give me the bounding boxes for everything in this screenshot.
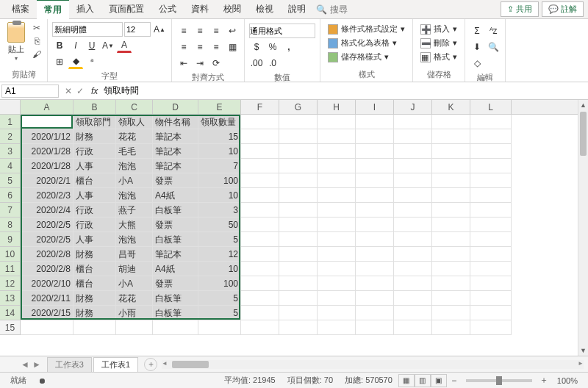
cell[interactable] <box>394 306 432 320</box>
cell[interactable] <box>356 262 394 276</box>
border-button[interactable]: ⊞ <box>52 54 67 69</box>
align-top-button[interactable]: ≡ <box>176 24 191 38</box>
cell[interactable]: 5 <box>198 232 241 247</box>
menu-tab-7[interactable]: 檢視 <box>248 0 281 18</box>
cell[interactable]: 人事 <box>74 188 116 203</box>
cell[interactable] <box>279 159 318 173</box>
menu-tab-4[interactable]: 公式 <box>151 0 184 18</box>
sheet-nav-prev-icon[interactable]: ◄ <box>21 359 29 370</box>
cell[interactable] <box>279 144 318 159</box>
indent-left-button[interactable]: ⇤ <box>176 56 191 71</box>
cell[interactable]: 財務 <box>74 306 116 320</box>
cell[interactable] <box>241 306 279 320</box>
cell[interactable] <box>394 173 432 188</box>
cell[interactable]: 行政 <box>74 144 116 159</box>
cell[interactable] <box>470 115 512 129</box>
row-header-8[interactable]: 8 <box>0 218 21 232</box>
cell[interactable]: 泡泡 <box>116 232 153 247</box>
sheet-nav-next-icon[interactable]: ► <box>32 359 41 370</box>
cell[interactable]: 5 <box>198 291 241 306</box>
font-size-select[interactable] <box>124 22 151 37</box>
conditional-formatting-button[interactable]: 條件式格式設定 ▾ <box>325 22 408 36</box>
cell[interactable] <box>318 320 356 335</box>
increase-decimal-button[interactable]: .00 <box>249 56 264 71</box>
cell[interactable]: 50 <box>198 218 241 232</box>
col-header-J[interactable]: J <box>394 100 432 114</box>
cell[interactable] <box>394 291 432 306</box>
col-header-B[interactable]: B <box>74 100 116 114</box>
percent-button[interactable]: % <box>265 40 280 54</box>
row-header-5[interactable]: 5 <box>0 173 21 188</box>
comma-button[interactable]: , <box>282 40 296 54</box>
cell[interactable] <box>394 159 432 173</box>
cell[interactable] <box>318 262 356 276</box>
cell[interactable] <box>470 203 512 218</box>
cell[interactable]: 12 <box>198 247 241 262</box>
cell[interactable] <box>394 232 432 247</box>
row-header-13[interactable]: 13 <box>0 291 21 306</box>
cell[interactable] <box>318 247 356 262</box>
cell[interactable]: 大熊 <box>116 218 153 232</box>
col-header-F[interactable]: F <box>241 100 279 114</box>
row-header-3[interactable]: 3 <box>0 144 21 159</box>
align-right-button[interactable]: ≡ <box>209 40 223 54</box>
cell[interactable] <box>116 320 153 335</box>
paste-button[interactable]: 貼上 ▾ <box>4 22 28 62</box>
font-color-button[interactable]: A <box>117 38 132 53</box>
cell[interactable] <box>356 159 394 173</box>
sort-filter-button[interactable]: ᴬz <box>486 24 501 38</box>
orientation-button[interactable]: ⟳ <box>209 56 223 71</box>
menu-tab-8[interactable]: 說明 <box>281 0 313 18</box>
cell[interactable]: 人事 <box>74 232 116 247</box>
cell[interactable]: 毛毛 <box>116 144 153 159</box>
cell[interactable] <box>432 232 470 247</box>
cell[interactable] <box>356 276 394 291</box>
row-header-6[interactable]: 6 <box>0 188 21 203</box>
cell[interactable]: 泡泡 <box>116 159 153 173</box>
menu-tab-2[interactable]: 插入 <box>69 0 101 18</box>
cell[interactable]: 15 <box>198 129 241 144</box>
col-header-D[interactable]: D <box>153 100 198 114</box>
cell[interactable] <box>394 262 432 276</box>
cell[interactable]: 白板筆 <box>153 291 198 306</box>
cell[interactable] <box>470 173 512 188</box>
zoom-in-button[interactable]: ＋ <box>537 373 551 388</box>
cell[interactable]: A4紙 <box>153 188 198 203</box>
cell[interactable] <box>470 232 512 247</box>
cell[interactable]: 3 <box>198 203 241 218</box>
menu-tab-6[interactable]: 校閱 <box>216 0 248 18</box>
cell[interactable]: 櫃台 <box>74 276 116 291</box>
underline-button[interactable]: U <box>85 38 99 53</box>
cell[interactable] <box>470 218 512 232</box>
name-box[interactable] <box>1 85 59 98</box>
fill-button[interactable]: ⬇ <box>470 40 484 54</box>
cell[interactable] <box>470 306 512 320</box>
cell[interactable] <box>356 320 394 335</box>
cell[interactable] <box>356 291 394 306</box>
format-painter-icon[interactable]: 🖌 <box>31 48 43 60</box>
row-header-4[interactable]: 4 <box>0 159 21 173</box>
fill-color-button[interactable]: ◆ <box>68 54 83 69</box>
cell[interactable]: 7 <box>198 159 241 173</box>
cell[interactable] <box>241 173 279 188</box>
row-header-11[interactable]: 11 <box>0 262 21 276</box>
sheet-tab-0[interactable]: 工作表3 <box>47 357 92 372</box>
scroll-down-icon[interactable]: ▼ <box>578 345 588 356</box>
cell[interactable] <box>153 320 198 335</box>
cell[interactable] <box>279 306 318 320</box>
cell[interactable] <box>279 173 318 188</box>
cell[interactable] <box>394 276 432 291</box>
cell[interactable]: 櫃台 <box>74 262 116 276</box>
vertical-scrollbar[interactable]: ▲ ▼ <box>578 100 588 356</box>
cell[interactable] <box>356 129 394 144</box>
cell[interactable] <box>394 320 432 335</box>
cell[interactable] <box>241 144 279 159</box>
cell[interactable]: 筆記本 <box>153 247 198 262</box>
cell[interactable] <box>318 306 356 320</box>
cell[interactable]: 白板筆 <box>153 203 198 218</box>
cell[interactable]: 2020/2/10 <box>21 276 74 291</box>
cell[interactable] <box>470 276 512 291</box>
copy-icon[interactable]: ⎘ <box>31 35 43 47</box>
col-header-I[interactable]: I <box>356 100 394 114</box>
cell[interactable] <box>198 320 241 335</box>
